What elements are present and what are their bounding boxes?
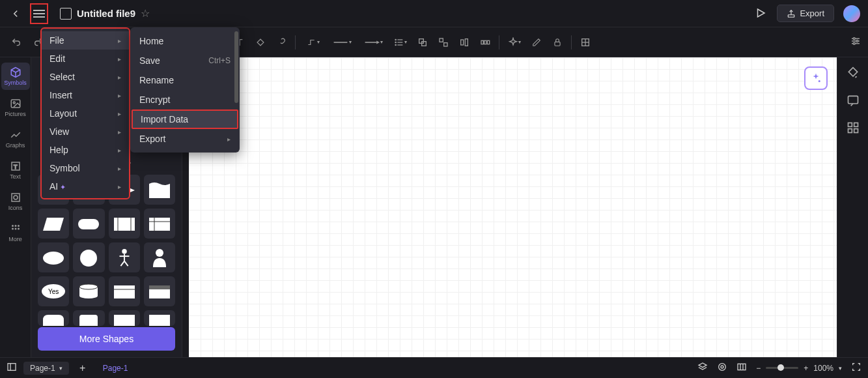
canvas[interactable] — [189, 57, 837, 357]
shape-decision-yes[interactable]: Yes — [38, 276, 69, 306]
back-button[interactable] — [8, 6, 23, 22]
submenu-scrollbar[interactable] — [234, 31, 238, 103]
submenu-rename[interactable]: Rename — [130, 70, 240, 90]
page-selector[interactable]: Page-1▾ — [23, 362, 69, 375]
menu-layout[interactable]: Layout▸ — [42, 104, 129, 123]
shape-circle[interactable] — [73, 242, 104, 272]
apps-grid-icon[interactable] — [847, 121, 860, 134]
svg-marker-81 — [699, 363, 707, 368]
menu-symbol[interactable]: Symbol▸ — [42, 159, 129, 177]
svg-rect-23 — [465, 38, 468, 46]
shape-person-solid[interactable] — [144, 242, 175, 272]
fill-tool-icon[interactable] — [847, 66, 860, 80]
chevron-right-icon: ▸ — [118, 92, 121, 99]
chevron-down-icon: ▾ — [839, 365, 842, 371]
chevron-right-icon: ▸ — [118, 74, 121, 81]
menu-select[interactable]: Select▸ — [42, 68, 129, 86]
shape-pill[interactable] — [73, 209, 104, 239]
file-title[interactable]: Untitled file9 — [77, 8, 135, 19]
svg-point-40 — [12, 228, 14, 230]
user-avatar[interactable] — [843, 5, 860, 22]
favorite-star-icon[interactable]: ☆ — [141, 7, 150, 20]
submenu-home[interactable]: Home — [130, 31, 240, 51]
pictures-tab[interactable]: Pictures — [1, 94, 30, 121]
ai-assistant-button[interactable] — [804, 66, 828, 90]
ungroup-button[interactable] — [434, 33, 453, 52]
shape-predefined-process[interactable] — [109, 209, 140, 239]
table-button[interactable] — [576, 33, 595, 52]
document-icon — [60, 8, 72, 20]
menu-help[interactable]: Help▸ — [42, 141, 129, 159]
zoom-level[interactable]: 100% — [813, 364, 833, 373]
symbols-label: Symbols — [4, 80, 27, 86]
shape-internal-storage[interactable] — [144, 209, 175, 239]
present-button[interactable] — [755, 7, 768, 20]
add-page-button[interactable]: + — [76, 361, 90, 375]
group-button[interactable] — [413, 33, 432, 52]
line-style-button[interactable]: ▾ — [327, 33, 357, 52]
text-tab[interactable]: T Text — [1, 156, 30, 184]
link-button[interactable] — [272, 33, 291, 52]
svg-text:T: T — [14, 164, 18, 170]
menu-file[interactable]: File▸ — [42, 31, 129, 50]
shape-card-partial[interactable] — [144, 310, 175, 326]
distribute-button[interactable] — [475, 33, 495, 52]
undo-button[interactable] — [7, 33, 26, 52]
zoom-slider[interactable] — [766, 367, 798, 369]
submenu-export[interactable]: Export▸ — [130, 129, 240, 149]
icons-tab[interactable]: Icons — [1, 188, 30, 215]
submenu-encrypt[interactable]: Encrypt — [130, 90, 240, 109]
shape-rect-partial[interactable] — [73, 310, 104, 326]
export-button[interactable]: Export — [777, 5, 834, 22]
fullscreen-button[interactable] — [851, 362, 861, 374]
menu-ai[interactable]: AI✦▸ — [42, 177, 129, 196]
diamond-tool-button[interactable] — [251, 33, 270, 52]
shape-rounded-top[interactable] — [38, 310, 69, 326]
toolbar-settings-icon[interactable] — [850, 35, 861, 50]
effects-button[interactable]: ▾ — [503, 33, 525, 52]
menu-view[interactable]: View▸ — [42, 123, 129, 141]
lock-button[interactable] — [548, 33, 567, 52]
more-tab[interactable]: More — [1, 219, 30, 246]
shape-person-stick[interactable] — [109, 242, 140, 272]
panel-toggle-icon[interactable] — [7, 362, 17, 374]
shape-wave[interactable] — [144, 175, 175, 205]
menu-edit[interactable]: Edit▸ — [42, 50, 129, 68]
align-objects-button[interactable] — [455, 33, 474, 52]
chevron-right-icon: ▸ — [118, 183, 121, 190]
separator — [295, 35, 296, 50]
page-tab-1[interactable]: Page-1 — [96, 362, 135, 375]
hamburger-icon[interactable] — [33, 10, 45, 18]
shape-card[interactable] — [109, 276, 140, 306]
menu-insert[interactable]: Insert▸ — [42, 86, 129, 104]
svg-marker-0 — [758, 9, 765, 17]
chevron-right-icon: ▸ — [118, 165, 121, 172]
submenu-save[interactable]: SaveCtrl+S — [130, 51, 240, 70]
layers-icon[interactable] — [697, 362, 708, 374]
shape-parallelogram[interactable] — [38, 209, 69, 239]
svg-rect-20 — [440, 38, 443, 42]
arrow-style-button[interactable]: ▾ — [358, 33, 388, 52]
svg-rect-8 — [257, 39, 264, 46]
shape-ellipse[interactable] — [38, 242, 69, 272]
svg-rect-71 — [114, 315, 135, 326]
svg-point-73 — [819, 80, 820, 82]
connector-button[interactable]: ▾ — [300, 33, 326, 52]
comment-icon[interactable] — [847, 94, 860, 107]
symbols-tab[interactable]: Symbols — [1, 63, 30, 90]
list-style-button[interactable]: ▾ — [389, 33, 412, 52]
shape-header-box[interactable] — [144, 276, 175, 306]
shape-cylinder[interactable] — [73, 276, 104, 306]
graphs-tab[interactable]: Graphs — [1, 125, 30, 153]
svg-rect-66 — [114, 285, 135, 298]
zoom-out-button[interactable]: − — [756, 364, 761, 373]
zoom-in-button[interactable]: + — [804, 364, 808, 373]
chevron-right-icon: ▸ — [118, 128, 121, 136]
more-shapes-button[interactable]: More Shapes — [38, 327, 175, 351]
focus-icon[interactable] — [717, 362, 727, 374]
submenu-import-data[interactable]: Import Data — [132, 109, 238, 129]
edit-button[interactable] — [527, 33, 546, 52]
svg-rect-78 — [854, 129, 858, 133]
map-icon[interactable] — [736, 362, 747, 374]
shape-line-top[interactable] — [109, 310, 140, 326]
